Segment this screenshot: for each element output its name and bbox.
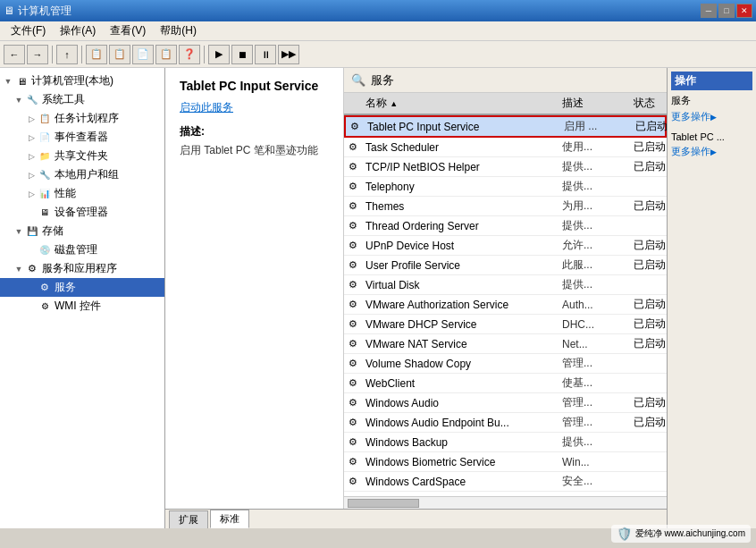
table-row[interactable]: ⚙ Windows Audio 管理... 已启动 <box>344 393 667 413</box>
row-desc-8: 提供... <box>559 275 630 294</box>
row-name-14: Windows Audio <box>362 395 559 411</box>
local-users-label: 本地用户和组 <box>55 167 119 182</box>
back-button[interactable]: ← <box>4 45 25 64</box>
expand-services[interactable] <box>25 282 38 294</box>
expand-local-users[interactable]: ▷ <box>25 169 38 181</box>
services-apps-icon <box>25 262 39 276</box>
stop-button[interactable]: ⏹ <box>231 45 253 64</box>
table-row[interactable]: ⚙ Virtual Disk 提供... <box>344 275 667 295</box>
tree-item-performance[interactable]: ▷ 性能 <box>0 184 164 203</box>
help-button[interactable]: ❓ <box>179 45 200 64</box>
tree-item-storage[interactable]: ▼ 存储 <box>0 222 164 240</box>
row-name-8: Virtual Disk <box>362 277 559 293</box>
table-row[interactable]: ⚙ Windows Audio Endpoint Bu... 管理... 已启动 <box>344 413 667 433</box>
start-service-link[interactable]: 启动此服务 <box>180 100 329 115</box>
menu-view[interactable]: 查看(V) <box>103 21 153 40</box>
menu-help[interactable]: 帮助(H) <box>153 21 204 40</box>
menu-bar: 文件(F) 操作(A) 查看(V) 帮助(H) <box>0 21 756 41</box>
menu-file[interactable]: 文件(F) <box>4 21 53 40</box>
table-row[interactable]: ⚙ TCP/IP NetBIOS Helper 提供... 已启动 <box>344 157 667 177</box>
tab-standard[interactable]: 标准 <box>210 510 249 528</box>
col-name-header[interactable]: 名称 ▲ <box>362 93 559 114</box>
right-section-title-1: Tablet PC ... <box>671 131 752 142</box>
properties-button[interactable]: 📋 <box>109 45 130 64</box>
forward-button[interactable]: → <box>27 45 48 64</box>
up-button[interactable]: ↑ <box>56 45 78 64</box>
service-icon-9: ⚙ <box>344 296 362 314</box>
tab-expand[interactable]: 扩展 <box>169 510 208 528</box>
expand-system-tools[interactable]: ▼ <box>13 94 25 106</box>
tree-item-task-scheduler[interactable]: ▷ 任务计划程序 <box>0 109 164 128</box>
row-name-11: VMware NAT Service <box>362 336 559 352</box>
row-status-13 <box>630 382 667 385</box>
table-row[interactable]: ⚙ Themes 为用... 已启动 <box>344 197 667 216</box>
tree-item-event-viewer[interactable]: ▷ 事件查看器 <box>0 128 164 147</box>
table-row[interactable]: ⚙ Telephony 提供... <box>344 177 667 197</box>
service-table[interactable]: 名称 ▲ 描述 状态 ⚙ Tablet PC Input Service 启用 … <box>344 93 667 496</box>
pause-button[interactable]: ⏸ <box>255 45 276 64</box>
title-bar-controls: ─ □ ✕ <box>701 4 752 18</box>
col-desc-header[interactable]: 描述 <box>559 93 630 114</box>
table-row[interactable]: ⚙ Thread Ordering Server 提供... <box>344 216 667 236</box>
row-status-11: 已启动 <box>630 334 667 353</box>
expand-device-manager[interactable] <box>25 207 38 219</box>
table-row[interactable]: ⚙ VMware Authorization Service Auth... 已… <box>344 295 667 315</box>
tree-item-system-tools[interactable]: ▼ 系统工具 <box>0 90 164 109</box>
tree-item-wmi[interactable]: WMI 控件 <box>0 297 164 316</box>
table-row[interactable]: ⚙ Windows CardSpace 安全... <box>344 472 667 492</box>
expand-event-viewer[interactable]: ▷ <box>25 131 38 144</box>
menu-action[interactable]: 操作(A) <box>53 21 103 40</box>
scrollbar-thumb-h[interactable] <box>348 499 419 508</box>
center-panel: Tablet PC Input Service 启动此服务 描述: 启用 Tab… <box>165 68 667 528</box>
tree-item-services-apps[interactable]: ▼ 服务和应用程序 <box>0 259 164 278</box>
service-icon-3: ⚙ <box>344 178 362 196</box>
new-button[interactable]: 📄 <box>132 45 154 64</box>
tree-item-device-manager[interactable]: 设备管理器 <box>0 203 164 222</box>
table-row[interactable]: ⚙ Windows Backup 提供... <box>344 433 667 452</box>
close-button[interactable]: ✕ <box>736 4 752 18</box>
shared-folders-icon <box>38 149 52 164</box>
expand-performance[interactable]: ▷ <box>25 188 38 200</box>
minimize-button[interactable]: ─ <box>701 4 717 18</box>
row-name-17: Windows Biometric Service <box>362 454 559 470</box>
tree-root[interactable]: ▼ 计算机管理(本地) <box>0 72 164 90</box>
row-desc-10: DHC... <box>559 316 630 333</box>
table-row[interactable]: ⚙ User Profile Service 此服... 已启动 <box>344 256 667 275</box>
table-row[interactable]: ⚙ Tablet PC Input Service 启用 ... 已启动 <box>344 115 667 138</box>
tree-item-local-users[interactable]: ▷ 本地用户和组 <box>0 165 164 184</box>
expand-root[interactable]: ▼ <box>2 75 14 88</box>
expand-storage[interactable]: ▼ <box>13 225 25 238</box>
tree-item-shared-folders[interactable]: ▷ 共享文件夹 <box>0 147 164 165</box>
row-name-15: Windows Audio Endpoint Bu... <box>362 415 559 431</box>
show-hide-button[interactable]: 📋 <box>86 45 107 64</box>
disk-management-icon <box>38 243 52 257</box>
table-row[interactable]: ⚙ Task Scheduler 使用... 已启动 <box>344 138 667 157</box>
restart-button[interactable]: ▶▶ <box>278 45 299 64</box>
play-button[interactable]: ▶ <box>208 45 230 64</box>
local-users-icon <box>38 168 52 182</box>
table-row[interactable]: ⚙ WebClient 使基... <box>344 374 667 393</box>
row-status-7: 已启动 <box>630 256 667 274</box>
tree-item-disk-management[interactable]: 磁盘管理 <box>0 240 164 259</box>
expand-services-apps[interactable]: ▼ <box>13 263 25 275</box>
table-row[interactable]: ⚙ Windows Biometric Service Win... <box>344 452 667 472</box>
watermark-text: 爱纯净 www.aichunjing.com <box>635 527 745 540</box>
expand-disk-management[interactable] <box>25 244 38 257</box>
horizontal-scrollbar[interactable] <box>344 496 667 509</box>
expand-task-scheduler[interactable]: ▷ <box>25 113 38 125</box>
tree-item-services[interactable]: 服务 <box>0 278 164 297</box>
left-panel: ▼ 计算机管理(本地) ▼ 系统工具 ▷ 任务计划程序 ▷ 事件查看器 ▷ 共享… <box>0 68 165 528</box>
expand-shared-folders[interactable]: ▷ <box>25 150 38 163</box>
col-status-header[interactable]: 状态 <box>630 93 667 114</box>
watermark: 🛡️ 爱纯净 www.aichunjing.com <box>611 525 751 543</box>
device-manager-label: 设备管理器 <box>55 205 108 220</box>
right-action-0-0[interactable]: 更多操作 <box>671 109 752 124</box>
table-row[interactable]: ⚙ VMware NAT Service Net... 已启动 <box>344 334 667 354</box>
maximize-button[interactable]: □ <box>718 4 735 18</box>
export-button[interactable]: 📋 <box>155 45 177 64</box>
table-row[interactable]: ⚙ UPnP Device Host 允许... 已启动 <box>344 236 667 256</box>
table-row[interactable]: ⚙ VMware DHCP Service DHC... 已启动 <box>344 315 667 334</box>
right-action-1-0[interactable]: 更多操作 <box>671 144 752 159</box>
table-row[interactable]: ⚙ Volume Shadow Copy 管理... <box>344 354 667 374</box>
expand-wmi[interactable] <box>25 300 38 313</box>
